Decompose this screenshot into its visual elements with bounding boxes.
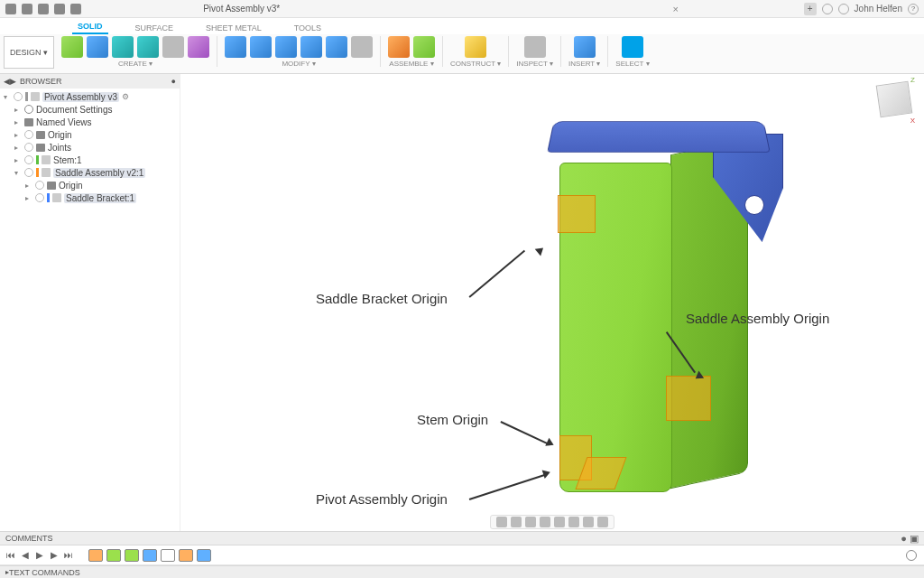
group-inspect: INSPECT ▾ [516,36,553,68]
box-icon[interactable] [87,36,108,58]
joints-label: Joints [48,143,71,153]
timeline-bar: ⏮ ◀ ▶ ▶ ⏭ [0,545,924,565]
create-group-label[interactable]: CREATE ▾ [118,60,152,68]
sub-origin-label: Origin [59,181,83,191]
view-cube[interactable]: Z X [873,79,915,121]
inspect-group-label[interactable]: INSPECT ▾ [516,60,553,68]
torus-icon[interactable] [162,36,184,58]
tree-saddle-assembly[interactable]: ▾ Saddle Assembly v2:1 [4,166,176,179]
select-group-label[interactable]: SELECT ▾ [615,60,649,68]
cylinder-icon[interactable] [112,36,134,58]
move-icon[interactable] [351,36,373,58]
origin-plane-saddle-assembly[interactable] [666,376,711,421]
timeline-play-icon[interactable]: ▶ [34,550,45,561]
sphere-icon[interactable] [137,36,159,58]
timeline-feature[interactable] [179,549,193,562]
separator [442,36,443,67]
new-component-icon[interactable] [388,36,410,58]
timeline-prev-icon[interactable]: ◀ [20,550,31,561]
user-name[interactable]: John Helfen [855,4,902,14]
tree-stem[interactable]: ▸ Stem:1 [4,154,176,166]
viewport-canvas[interactable]: Z X Saddle Bracket Origin Saddle Assembl… [180,74,924,531]
separator [380,36,381,67]
select-icon[interactable] [622,36,643,58]
tab-solid[interactable]: SOLID [72,20,108,34]
comments-label: COMMENTS [5,534,53,543]
plane-icon[interactable] [465,36,486,58]
zoom-icon[interactable] [540,517,550,527]
timeline-start-icon[interactable]: ⏮ [5,550,16,561]
timeline-settings-icon[interactable] [906,550,917,561]
joint-icon[interactable] [413,36,435,58]
timeline-feature[interactable] [197,549,211,562]
tab-tools[interactable]: TOOLS [289,22,327,34]
insert-group-label[interactable]: INSERT ▾ [568,60,600,68]
tree-root[interactable]: ▾ Pivot Assembly v3⚙ [4,90,176,103]
notifications-icon[interactable] [838,4,849,14]
insert-icon[interactable] [574,36,596,58]
fit-icon[interactable] [554,517,565,527]
tree-named-views[interactable]: ▸ Named Views [4,116,176,128]
text-commands-label: TEXT COMMANDS [9,568,80,577]
annot-stem-origin: Stem Origin [417,412,488,427]
axis-z-label: Z [910,76,915,84]
tab-sheet-metal[interactable]: SHEET METAL [200,22,267,34]
tree-doc-settings[interactable]: ▸ Document Settings [4,103,176,116]
tree-sub-origin[interactable]: ▸ Origin [4,179,176,191]
undo-icon[interactable] [54,4,65,14]
apps-icon[interactable] [5,4,16,14]
save-icon[interactable] [38,4,49,14]
shell-icon[interactable] [300,36,322,58]
chamfer-icon[interactable] [275,36,297,58]
grid-icon[interactable] [583,517,594,527]
origin-plane-saddle-bracket[interactable] [558,195,596,233]
document-title: Pivot Assembly v3* [203,4,280,14]
tab-surface[interactable]: SURFACE [130,22,180,34]
coil-icon[interactable] [188,36,209,58]
orbit-icon[interactable] [496,517,507,527]
combine-icon[interactable] [326,36,347,58]
design-label: DESIGN ▾ [10,48,48,57]
tree-joints[interactable]: ▸ Joints [4,141,176,154]
timeline-feature[interactable] [161,549,175,562]
fillet-icon[interactable] [250,36,272,58]
tree-saddle-bracket[interactable]: ▸ Saddle Bracket:1 [4,191,176,204]
group-construct: CONSTRUCT ▾ [450,36,501,68]
timeline-next-icon[interactable]: ▶ [49,550,60,561]
close-tab-icon[interactable]: × [672,5,681,14]
timeline-end-icon[interactable]: ⏭ [63,550,74,561]
modify-group-label[interactable]: MODIFY ▾ [282,60,315,68]
viewports-icon[interactable] [597,517,608,527]
new-tab-button[interactable]: + [804,3,817,15]
file-icon[interactable] [22,4,32,14]
pan-icon[interactable] [525,517,536,527]
sketch-icon[interactable] [61,36,83,58]
tree-origin[interactable]: ▸ Origin [4,128,176,141]
timeline-feature[interactable] [125,549,139,562]
comments-toggle-icon[interactable]: ● ▣ [901,533,919,545]
display-icon[interactable] [568,517,579,527]
redo-icon[interactable] [70,4,81,14]
document-tab[interactable]: Pivot Assembly v3* [203,4,280,14]
text-commands-bar[interactable]: ▸ TEXT COMMANDS [0,565,924,578]
timeline-feature[interactable] [88,549,103,562]
group-create: CREATE ▾ [61,36,209,68]
browser-header[interactable]: ◀▶ BROWSER ● [0,74,180,89]
construct-group-label[interactable]: CONSTRUCT ▾ [450,60,501,68]
bracket-hole[interactable] [744,195,764,215]
separator [508,36,509,67]
look-icon[interactable] [511,517,522,527]
measure-icon[interactable] [524,36,546,58]
navigation-bar [490,515,614,529]
separator [560,36,561,67]
presspull-icon[interactable] [225,36,246,58]
bracket-top-face[interactable] [547,121,770,152]
timeline-feature[interactable] [143,549,157,562]
help-icon[interactable]: ? [908,4,919,14]
design-workspace-button[interactable]: DESIGN ▾ [4,36,54,69]
cube-icon[interactable] [876,81,913,118]
timeline-feature[interactable] [106,549,121,562]
extensions-icon[interactable] [822,4,833,14]
assemble-group-label[interactable]: ASSEMBLE ▾ [389,60,433,68]
comments-bar[interactable]: COMMENTS ● ▣ [0,531,924,545]
